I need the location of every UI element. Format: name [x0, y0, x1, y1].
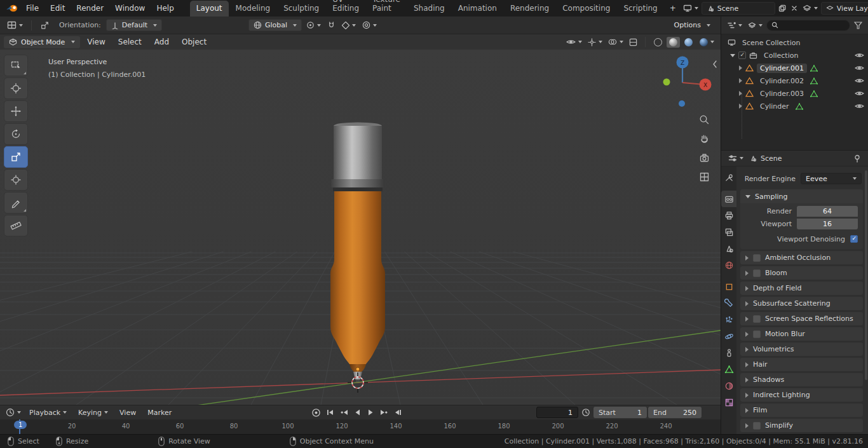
outliner-row-collection[interactable]: Collection [721, 49, 868, 62]
viewport-3d[interactable]: User Perspective (1) Collection | Cylind… [0, 50, 721, 405]
view-layer-browse-button[interactable] [801, 3, 820, 13]
eye-icon[interactable] [855, 78, 864, 84]
outliner-row-cylinder-002[interactable]: Cylinder.002 [721, 74, 868, 87]
tab-material[interactable] [721, 377, 736, 394]
options-dropdown[interactable]: Options [669, 19, 715, 31]
expand-caret-icon[interactable] [739, 78, 742, 83]
tool-rotate[interactable] [4, 123, 28, 145]
blender-logo-icon[interactable] [4, 3, 20, 14]
jump-to-start-button[interactable] [324, 407, 337, 417]
shading-material-button[interactable] [682, 37, 695, 48]
menu-view[interactable]: View [81, 34, 111, 50]
pan-button[interactable] [696, 131, 712, 146]
new-scene-button[interactable] [776, 3, 788, 13]
sampling-panel-header[interactable]: Sampling [740, 189, 863, 203]
ssr-checkbox[interactable] [753, 315, 761, 323]
auto-key-button[interactable] [309, 407, 323, 419]
proportional-editing-dropdown[interactable] [360, 20, 379, 31]
outliner-editor-type-button[interactable] [725, 20, 744, 31]
timeline-ruler[interactable]: 20 40 60 80 100 120 140 160 180 200 220 … [0, 419, 721, 434]
section-indirect-lighting[interactable]: Indirect Lighting [740, 388, 863, 402]
menu-marker[interactable]: Marker [142, 407, 177, 419]
render-engine-dropdown[interactable]: Eevee [801, 173, 862, 184]
bloom-checkbox[interactable] [753, 269, 761, 277]
xray-toggle[interactable] [627, 37, 639, 48]
workspace-tab-compositing[interactable]: Compositing [556, 1, 616, 17]
tab-world[interactable] [721, 257, 736, 273]
menu-add[interactable]: Add [149, 34, 175, 50]
prev-keyframe-button[interactable] [338, 407, 351, 417]
editor-type-button[interactable] [5, 20, 25, 31]
tool-measure[interactable] [4, 215, 28, 236]
motion-blur-checkbox[interactable] [753, 330, 761, 338]
tab-object-data[interactable] [721, 361, 736, 377]
frame-start-field[interactable]: Start 1 [593, 407, 647, 418]
transform-orientation-dropdown[interactable]: Global [248, 19, 302, 31]
menu-help[interactable]: Help [151, 1, 179, 16]
section-shadows[interactable]: Shadows [740, 373, 863, 386]
ambient-occlusion-checkbox[interactable] [753, 254, 761, 262]
play-button[interactable] [365, 407, 376, 417]
camera-view-button[interactable] [696, 150, 712, 165]
sidebar-toggle[interactable] [712, 60, 718, 69]
scene-browse-button[interactable] [681, 3, 700, 13]
outliner-row-cylinder-003[interactable]: Cylinder.003 [721, 87, 868, 100]
tab-render[interactable] [721, 191, 736, 207]
preview-range-toggle[interactable] [580, 407, 592, 418]
scene-name-field[interactable]: Scene [702, 2, 775, 15]
section-simplify[interactable]: Simplify [740, 419, 863, 432]
tab-tool[interactable] [721, 169, 736, 186]
tool-select-box[interactable] [4, 55, 28, 76]
outliner-row-cylinder-001[interactable]: Cylinder.001 [721, 62, 868, 74]
workspace-tab-scripting[interactable]: Scripting [617, 1, 663, 17]
play-reverse-button[interactable] [352, 407, 363, 417]
ortho-toggle-button[interactable] [696, 169, 712, 184]
eye-icon[interactable] [855, 90, 864, 97]
tab-modifiers[interactable] [721, 295, 736, 311]
section-ambient-occlusion[interactable]: Ambient Occlusion [740, 251, 863, 264]
menu-file[interactable]: File [20, 1, 44, 16]
tool-move[interactable] [4, 100, 28, 122]
shading-rendered-button[interactable] [697, 37, 717, 48]
tool-cursor[interactable] [4, 78, 28, 99]
menu-playback[interactable]: Playback [24, 407, 72, 419]
workspace-tab-sculpting[interactable]: Sculpting [277, 1, 325, 17]
workspace-tab-layout[interactable]: Layout [190, 1, 229, 17]
snap-settings-dropdown[interactable] [340, 20, 358, 31]
orientation-dropdown[interactable]: Default [106, 19, 162, 31]
playhead-frame-badge[interactable]: 1 [14, 421, 27, 429]
render-samples-field[interactable]: 64 [797, 206, 858, 217]
active-tool-icon[interactable] [38, 20, 51, 31]
viewport-denoising-checkbox[interactable] [850, 235, 858, 243]
unlink-scene-button[interactable] [789, 4, 799, 13]
section-motion-blur[interactable]: Motion Blur [740, 327, 863, 341]
menu-window[interactable]: Window [109, 1, 151, 16]
tab-constraints[interactable] [721, 344, 736, 361]
gizmo-y-axis[interactable] [663, 79, 670, 86]
expand-caret-icon[interactable] [739, 65, 742, 71]
pencil-object[interactable] [330, 123, 385, 383]
pin-button[interactable] [851, 153, 863, 164]
tab-texture[interactable] [721, 394, 736, 411]
snap-toggle-button[interactable] [325, 20, 337, 31]
menu-view-timeline[interactable]: View [114, 407, 141, 419]
workspace-tab-animation[interactable]: Animation [452, 1, 503, 17]
tool-annotate[interactable] [4, 192, 28, 214]
tool-scale[interactable] [4, 146, 28, 168]
add-workspace-button[interactable]: + [665, 1, 681, 17]
frame-end-field[interactable]: End 250 [648, 407, 702, 418]
menu-keying[interactable]: Keying [73, 407, 113, 419]
navigation-gizmo[interactable]: Z X [651, 53, 714, 114]
workspace-tab-shading[interactable]: Shading [407, 1, 451, 17]
next-keyframe-button[interactable] [377, 407, 390, 417]
menu-edit[interactable]: Edit [44, 1, 71, 16]
properties-editor-type-button[interactable] [726, 153, 745, 163]
menu-render[interactable]: Render [71, 1, 109, 16]
outliner-display-mode-button[interactable] [746, 20, 764, 31]
outliner-row-cylinder[interactable]: Cylinder [721, 100, 868, 112]
zoom-button[interactable] [696, 112, 712, 127]
section-bloom[interactable]: Bloom [740, 266, 863, 280]
section-hair[interactable]: Hair [740, 358, 863, 371]
viewport-samples-field[interactable]: 16 [797, 219, 858, 229]
tab-object[interactable] [721, 278, 736, 295]
